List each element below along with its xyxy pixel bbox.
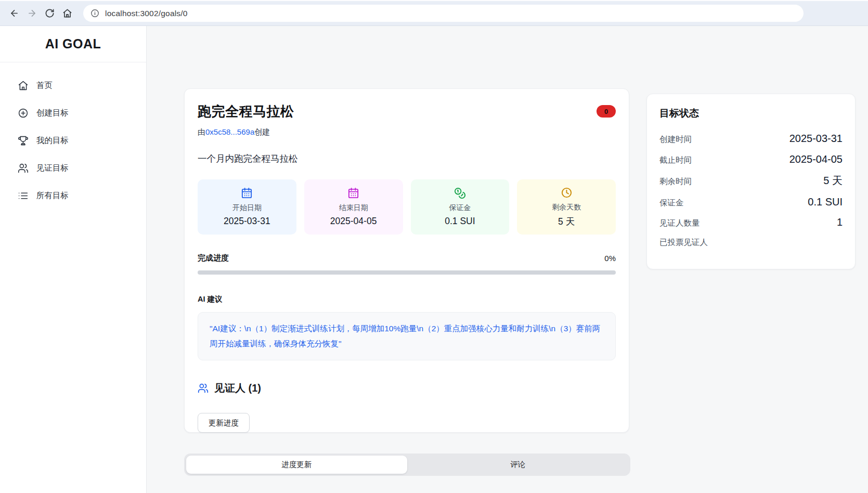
- progress-label: 完成进度: [198, 253, 229, 263]
- trophy-icon: [18, 135, 29, 146]
- users-icon: [18, 163, 29, 174]
- refresh-button[interactable]: [41, 5, 58, 22]
- ai-suggestion-label: AI 建议: [198, 294, 616, 304]
- refresh-icon: [45, 8, 55, 18]
- sidebar-item-witness-goals[interactable]: 见证目标: [0, 154, 146, 182]
- home-button[interactable]: [58, 5, 76, 22]
- status-value: 2025-03-31: [789, 133, 843, 145]
- detail-tabs: 进度更新 评论: [184, 453, 630, 476]
- ai-suggestion-box: "AI建议：\n（1）制定渐进式训练计划，每周增加10%跑量\n（2）重点加强核…: [198, 312, 616, 360]
- creator-line: 由0x5c58...569a创建: [198, 127, 616, 137]
- progress-bar: [198, 270, 616, 275]
- tile-value: 5 天: [558, 215, 575, 228]
- days-left-tile: 剩余天数 5 天: [517, 179, 616, 235]
- status-value: 2025-04-05: [789, 153, 843, 165]
- users-icon: [198, 383, 209, 394]
- sidebar-item-all-goals[interactable]: 所有目标: [0, 182, 146, 210]
- goal-card: 跑完全程马拉松 0 由0x5c58...569a创建 一个月内跑完全程马拉松 开…: [184, 88, 629, 433]
- status-row-deadline: 截止时间 2025-04-05: [659, 153, 843, 166]
- forward-button[interactable]: [23, 5, 41, 22]
- tile-value: 2025-03-31: [224, 216, 270, 227]
- tile-label: 结束日期: [339, 203, 368, 213]
- sidebar-item-home[interactable]: 首页: [0, 72, 146, 99]
- list-icon: [18, 190, 29, 201]
- clock-icon: [561, 187, 573, 199]
- status-label: 创建时间: [659, 134, 692, 145]
- start-date-tile: 开始日期 2025-03-31: [198, 179, 296, 235]
- tile-label: 剩余天数: [552, 203, 581, 212]
- creator-suffix: 创建: [254, 127, 270, 136]
- tile-value: 2025-04-05: [330, 216, 377, 227]
- sidebar-item-label: 所有目标: [36, 190, 69, 201]
- update-progress-button[interactable]: 更新进度: [198, 413, 250, 433]
- tab-comments[interactable]: 评论: [407, 456, 628, 474]
- status-value: 0.1 SUI: [808, 196, 843, 208]
- sidebar-item-create-goal[interactable]: 创建目标: [0, 99, 146, 127]
- tile-label: 保证金: [449, 203, 471, 213]
- stake-tile: 保证金 0.1 SUI: [411, 179, 510, 235]
- sidebar-item-label: 创建目标: [36, 108, 69, 119]
- main-content: 跑完全程马拉松 0 由0x5c58...569a创建 一个月内跑完全程马拉松 开…: [147, 26, 868, 493]
- goal-description: 一个月内跑完全程马拉松: [198, 152, 616, 165]
- status-badge: 0: [597, 105, 616, 118]
- end-date-tile: 结束日期 2025-04-05: [304, 179, 403, 235]
- page-info-icon[interactable]: [90, 9, 99, 18]
- status-row-stake: 保证金 0.1 SUI: [659, 196, 843, 209]
- status-panel-title: 目标状态: [659, 107, 843, 120]
- home-icon: [62, 8, 72, 18]
- status-row-voted-witnesses: 已投票见证人: [659, 237, 843, 248]
- plus-circle-icon: [18, 108, 29, 119]
- sidebar: AI GOAL 首页 创建目标 我的目标 见证目标 所有目标: [0, 26, 147, 493]
- calendar-icon: [241, 187, 253, 199]
- creator-address-link[interactable]: 0x5c58...569a: [205, 127, 254, 136]
- status-row-created: 创建时间 2025-03-31: [659, 133, 843, 145]
- status-label: 截止时间: [659, 155, 692, 166]
- progress-percent: 0%: [604, 254, 616, 263]
- back-icon: [9, 8, 19, 18]
- url-text[interactable]: localhost:3002/goals/0: [105, 9, 188, 18]
- status-row-time-left: 剩余时间 5 天: [659, 174, 843, 188]
- home-icon: [18, 80, 29, 91]
- sidebar-item-label: 我的目标: [36, 135, 69, 146]
- ai-suggestion-text: "AI建议：\n（1）制定渐进式训练计划，每周增加10%跑量\n（2）重点加强核…: [210, 321, 604, 351]
- app-logo: AI GOAL: [45, 36, 101, 51]
- address-bar[interactable]: localhost:3002/goals/0: [83, 5, 804, 22]
- status-row-witness-count: 见证人数量 1: [659, 216, 843, 229]
- status-label: 已投票见证人: [659, 237, 708, 248]
- tab-progress-updates[interactable]: 进度更新: [186, 456, 407, 474]
- goal-title: 跑完全程马拉松: [198, 102, 294, 121]
- sidebar-item-label: 见证目标: [36, 163, 69, 174]
- status-value: 5 天: [823, 174, 843, 188]
- back-button[interactable]: [5, 5, 23, 22]
- sidebar-item-my-goals[interactable]: 我的目标: [0, 127, 146, 154]
- forward-icon: [27, 8, 37, 18]
- tile-value: 0.1 SUI: [445, 216, 475, 227]
- goal-status-panel: 目标状态 创建时间 2025-03-31 截止时间 2025-04-05 剩余时…: [646, 94, 856, 269]
- browser-toolbar: localhost:3002/goals/0: [0, 0, 868, 26]
- status-label: 见证人数量: [659, 218, 700, 229]
- calendar-icon: [347, 187, 359, 199]
- sidebar-item-label: 首页: [36, 80, 53, 91]
- status-label: 剩余时间: [659, 176, 692, 187]
- sidebar-nav: 首页 创建目标 我的目标 见证目标 所有目标: [0, 62, 146, 210]
- logo-box: AI GOAL: [0, 26, 146, 62]
- witness-section-header: 见证人 (1): [198, 381, 616, 395]
- status-label: 保证金: [659, 198, 684, 209]
- witness-heading: 见证人 (1): [214, 381, 261, 395]
- creator-prefix: 由: [198, 127, 205, 136]
- coins-icon: [454, 187, 466, 199]
- tile-label: 开始日期: [232, 203, 262, 213]
- status-value: 1: [837, 216, 843, 228]
- goal-stat-tiles: 开始日期 2025-03-31 结束日期 2025-04-05 保证金 0.1 …: [198, 179, 616, 235]
